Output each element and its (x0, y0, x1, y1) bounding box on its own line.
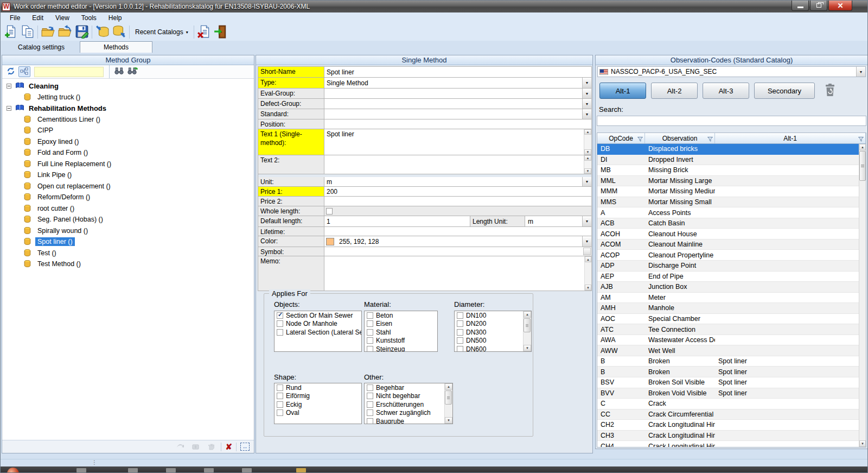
catalog-select[interactable]: NASSCO_PACP-6_USA_ENG_SEC ▼ (597, 66, 866, 77)
table-row[interactable]: B Broken Spot liner (597, 367, 859, 377)
table-row[interactable]: DB Displaced bricks (597, 144, 859, 155)
tab[interactable]: Methods (80, 41, 152, 53)
checkbox[interactable]: ✓ (367, 409, 373, 416)
alt-button[interactable]: Alt-1 (599, 83, 646, 99)
table-row[interactable]: AM Meter (597, 293, 859, 304)
tree-item[interactable]: Open cut replacement () (2, 181, 254, 192)
eval-group-select[interactable] (324, 89, 591, 98)
menu-item[interactable]: Edit (26, 12, 49, 23)
tree-item[interactable]: Full Line Replacement () (2, 159, 254, 170)
tree-collapse-icon[interactable] (7, 84, 11, 89)
checkbox-item[interactable]: ✓Node Or Manhole (275, 320, 361, 329)
dropdown-button[interactable]: ▼ (582, 216, 591, 226)
scroll-up-button[interactable]: ▲ (524, 311, 531, 318)
new-catalog-button[interactable] (3, 24, 18, 40)
tree-item[interactable]: Spot liner () (2, 236, 254, 248)
scroll-up-button[interactable]: ▲ (585, 256, 591, 262)
checkbox[interactable]: ✓ (277, 312, 283, 319)
import-catalog-button[interactable] (57, 24, 73, 40)
checkbox[interactable]: ✓ (277, 320, 283, 327)
clear-button[interactable] (821, 81, 839, 100)
table-row[interactable]: ACOP Cleanout Propertyline (597, 250, 859, 261)
exit-button[interactable] (213, 24, 229, 40)
type-select[interactable] (324, 78, 591, 88)
checkbox[interactable]: ✓ (367, 320, 373, 327)
resize-panel-button[interactable]: ↔ (240, 443, 250, 451)
table-row[interactable]: BVV Broken Void Visible Spot liner (597, 388, 859, 399)
dropdown-button[interactable]: ▼ (582, 78, 591, 88)
whole-length-checkbox[interactable]: ✓ (326, 208, 333, 215)
scrollbar-thumb[interactable] (445, 390, 452, 405)
standard-select[interactable] (324, 109, 591, 119)
menu-item[interactable]: View (49, 12, 75, 23)
checkbox-item[interactable]: ✓Section Or Main Sewer (275, 311, 361, 320)
length-unit-select[interactable]: m▼ (525, 216, 591, 226)
checkbox-item[interactable]: ✓Begehbar (365, 383, 444, 392)
scroll-down-button[interactable]: ▼ (859, 440, 866, 447)
checkbox-item[interactable]: ✓Erschütterungen (365, 400, 444, 409)
checkbox-item[interactable]: ✓Beton (365, 311, 437, 320)
table-row[interactable]: CH4 Crack Longitudinal Hing (597, 441, 859, 447)
defect-group-select[interactable] (324, 99, 591, 109)
tree-item[interactable]: Spirally wound () (2, 225, 254, 237)
checkbox[interactable]: ✓ (367, 418, 373, 424)
memo-scrollbar[interactable]: ▲▼ (584, 256, 591, 291)
table-row[interactable]: MML Mortar Missing Large (597, 176, 859, 187)
dropdown-button[interactable]: ▼ (856, 67, 865, 77)
tree-item[interactable]: Fold and Form () (2, 147, 254, 159)
position-input[interactable] (324, 119, 591, 129)
list-scrollbar[interactable]: ▲▼ (523, 311, 531, 351)
menu-item[interactable]: Help (103, 12, 128, 23)
scroll-down-button[interactable]: ▼ (584, 168, 591, 174)
scroll-up-button[interactable]: ▲ (445, 383, 452, 390)
lifetime-input[interactable] (324, 227, 591, 236)
checkbox-item[interactable]: ✓DN100 (455, 311, 523, 320)
table-row[interactable]: AEP End of Pipe (597, 272, 859, 282)
table-row[interactable]: C Crack (597, 399, 859, 409)
table-row[interactable]: ACOM Cleanout Mainline (597, 239, 859, 250)
table-row[interactable]: MMS Mortar Missing Small (597, 197, 859, 208)
text1-textarea[interactable]: Spot liner (324, 129, 591, 155)
scroll-down-button[interactable]: ▼ (445, 417, 452, 424)
table-row[interactable]: CH3 Crack Longitudinal Hing... (597, 431, 859, 442)
tree-view-button[interactable] (18, 66, 30, 77)
open-catalog-button[interactable] (40, 24, 56, 40)
tree-item[interactable]: Seg. Panel (Hobas) () (2, 214, 254, 225)
alt-button[interactable]: Alt-3 (703, 83, 749, 99)
unit-select[interactable] (324, 177, 591, 186)
db-import-button[interactable] (94, 24, 110, 40)
table-row[interactable]: AMH Manhole (597, 303, 859, 314)
close-catalog-button[interactable] (196, 24, 212, 40)
table-row[interactable]: MMM Mortar Missing Medium (597, 186, 859, 197)
scroll-down-button[interactable]: ▼ (524, 345, 531, 351)
search-button[interactable] (113, 66, 125, 77)
column-header-observation[interactable]: Observation (645, 133, 715, 143)
column-header-alt1[interactable]: Alt-1 (715, 133, 866, 143)
tree-item[interactable]: Jetting truck () (2, 92, 254, 103)
move-up-button-disabled[interactable] (174, 442, 186, 452)
dropdown-button[interactable]: ▼ (582, 109, 591, 119)
scroll-up-button[interactable]: ▲ (584, 129, 591, 135)
list-scrollbar[interactable]: ▲▼ (444, 383, 452, 424)
checkbox[interactable]: ✓ (277, 409, 283, 416)
search-next-button[interactable] (126, 66, 138, 77)
table-row[interactable]: ACB Catch Basin (597, 218, 859, 229)
search-input[interactable] (597, 116, 866, 126)
checkbox[interactable]: ✓ (457, 346, 463, 352)
shape-listbox[interactable]: ✓Rund✓Eiförmig✓Eckig✓Oval (274, 383, 362, 424)
checkbox[interactable]: ✓ (277, 401, 283, 408)
dropdown-button[interactable]: ▼ (582, 177, 591, 186)
checkbox[interactable]: ✓ (457, 320, 463, 327)
table-row[interactable]: AJB Junction Box (597, 282, 859, 293)
short-name-input[interactable] (324, 67, 591, 77)
table-row[interactable]: CC Crack Circumferential (597, 409, 859, 420)
tree-item[interactable]: Test Method () (2, 258, 254, 270)
alt-button[interactable]: Secondary (754, 83, 815, 99)
db-export-button[interactable] (111, 24, 127, 40)
filter-icon[interactable] (637, 136, 643, 143)
symbol-input[interactable] (324, 247, 591, 256)
scrollbar-thumb[interactable] (524, 318, 531, 332)
checkbox-item[interactable]: ✓Stahl (365, 328, 437, 337)
checkbox[interactable]: ✓ (457, 329, 463, 336)
table-row[interactable]: A Access Points (597, 207, 859, 218)
